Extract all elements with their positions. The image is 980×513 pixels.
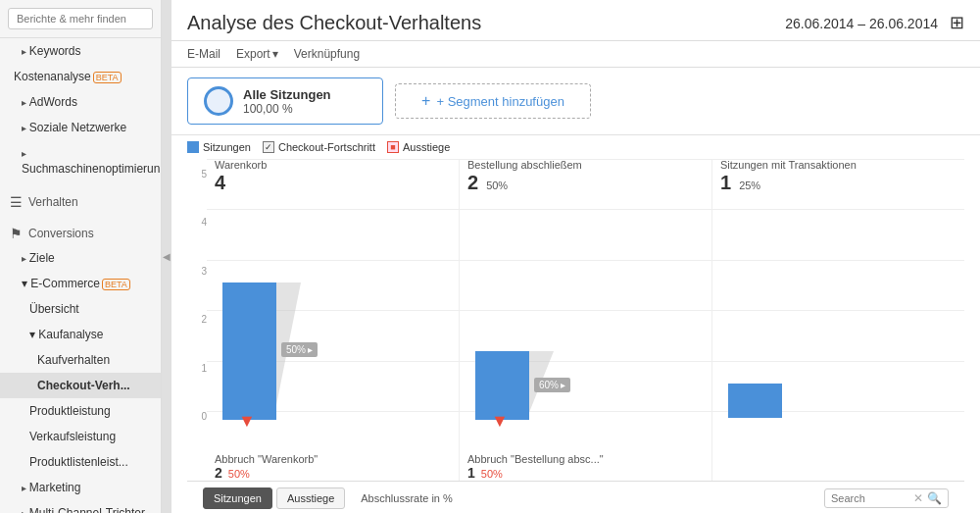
segment-circle-icon [204,86,233,116]
segment-alle-sitzungen[interactable]: Alle Sitzungen 100,00 % [187,77,383,125]
bestellung-badge-arrow-icon: ▸ [561,380,565,390]
transaktionen-bar [728,384,782,418]
sidebar-item-kaufverhalten[interactable]: Kaufverhalten [0,347,161,373]
abbruch-bestellung-label: Abbruch "Bestellung absc..." [467,453,704,465]
legend-checkout-checkbox: ✓ [263,141,274,153]
legend-checkout-label: Checkout-Fortschritt [278,141,375,153]
funnel-chart: 5 4 3 2 1 0 War [187,159,964,481]
step-warenkorb-abbruch: Abbruch "Warenkorb" 2 50% [215,451,451,481]
segment-pct: 100,00 % [243,102,331,116]
sidebar-item-verkaufsleistung[interactable]: Verkaufsleistung [0,424,161,449]
step-transaktionen-header: 1 25% [720,172,956,194]
sidebar-item-ubersicht[interactable]: Übersicht [0,296,161,322]
step-bestellung: Bestellung abschließem 2 50% 60% ▸ [460,159,712,481]
sidebar-item-suchmaschinen[interactable]: Suchmaschinenoptimierung [0,140,161,182]
abbruch-warenkorb-label: Abbruch "Warenkorb" [215,453,451,465]
step-transaktionen-count: 1 [720,172,731,194]
plus-icon: + [421,92,430,110]
tab-ausstiege[interactable]: Ausstiege [276,487,345,509]
arrow-down-icon: ▾ [22,277,30,290]
export-chevron-icon: ▾ [272,47,278,61]
step-bestellung-header: 2 50% [467,172,704,194]
sidebar-search-container [0,0,161,38]
step-warenkorb-count: 4 [215,172,451,194]
warenkorb-bar [222,282,276,420]
tab-sitzungen[interactable]: Sitzungen [203,487,272,509]
abschlussrate-label: Abschlussrate in % [361,492,453,504]
qr-icon: ⊞ [950,12,964,33]
warenkorb-drop-indicator: ▼ [238,411,256,432]
main-content: Analyse des Checkout-Verhaltens 26.06.20… [172,0,980,513]
step-warenkorb-bar-area: 50% ▸ ▼ [215,194,451,451]
step-transaktionen-pct: 25% [739,180,760,191]
search-icon[interactable]: 🔍 [927,491,942,505]
search-bar: ✕ 🔍 [824,488,949,508]
legend-ausstiege-checkbox: ■ [387,141,399,153]
search-input[interactable] [8,8,153,29]
sidebar-item-kostenanalyse[interactable]: KostenanalyseBETA [0,64,161,89]
warenkorb-arrow-badge: 50% ▸ [281,342,318,357]
date-range: 26.06.2014 – 26.06.2014 [785,16,938,31]
ecommerce-beta-badge: BETA [102,279,130,290]
sidebar-item-ecommerce[interactable]: ▾ E-CommerceBETA [0,271,161,296]
conversions-icon: ⚑ [10,226,23,241]
funnel-steps: Warenkorb 4 50% ▸ ▼ [207,159,964,481]
abbruch-bestellung-count: 1 [467,465,475,481]
step-warenkorb: Warenkorb 4 50% ▸ ▼ [207,159,460,481]
legend-ausstiege: ■ Ausstiege [387,141,450,153]
step-transaktionen-abbruch [720,449,956,481]
sidebar-item-checkout[interactable]: Checkout-Verh... [0,373,161,398]
page-title: Analyse des Checkout-Verhaltens [187,12,481,34]
sidebar-item-multichannel[interactable]: Multi-Channel-Trichter [0,500,161,513]
verknupfung-button[interactable]: Verknüpfung [294,47,360,61]
sidebar-item-keywords[interactable]: Keywords [0,38,161,64]
bottom-tabs: Sitzungen Ausstiege Abschlussrate in % ✕… [187,481,964,513]
beta-badge: BETA [93,72,122,83]
sidebar-item-soziale[interactable]: Soziale Netzwerke [0,115,161,140]
legend-sitzungen-color [187,141,199,153]
legend-sitzungen: Sitzungen [187,141,251,153]
segment-label: Alle Sitzungen [243,87,331,102]
add-segment-button[interactable]: + + Segment hinzufügen [395,83,591,119]
abbruch-warenkorb-pct: 50% [228,468,250,480]
badge-arrow-icon: ▸ [308,344,313,355]
step-bestellung-abbruch: Abbruch "Bestellung absc..." 1 50% [467,451,704,481]
step-bestellung-label: Bestellung abschließem [467,159,704,171]
sidebar-collapse-handle[interactable]: ◀ [162,0,172,513]
legend-checkout: ✓ Checkout-Fortschritt [263,141,375,153]
email-button[interactable]: E-Mail [187,47,220,61]
step-warenkorb-label: Warenkorb [215,159,451,171]
step-bestellung-count: 2 [467,172,478,194]
verhalten-icon: ☰ [10,194,23,210]
sidebar-item-produktlisten[interactable]: Produktlistenleist... [0,449,161,475]
page-header: Analyse des Checkout-Verhaltens 26.06.20… [172,0,980,41]
y-axis: 5 4 3 2 1 0 [187,159,207,481]
abbruch-bestellung-pct: 50% [481,468,503,480]
sidebar-item-adwords[interactable]: AdWords [0,89,161,115]
step-transaktionen-label: Sitzungen mit Transaktionen [720,159,956,171]
bestellung-drop-indicator: ▼ [491,411,509,432]
sidebar-item-marketing[interactable]: Marketing [0,475,161,500]
sidebar-item-produktleistung[interactable]: Produktleistung [0,398,161,424]
legend-ausstiege-label: Ausstiege [403,141,450,153]
clear-search-icon[interactable]: ✕ [913,491,923,505]
table-search-input[interactable] [831,492,909,504]
step-transaktionen-bar-area [720,194,956,449]
bestellung-bar [475,351,529,420]
segments-bar: Alle Sitzungen 100,00 % + + Segment hinz… [172,68,980,135]
sidebar-section-verhalten[interactable]: ☰ Verhalten [0,186,161,214]
bestellung-arrow-badge: 60% ▸ [534,378,570,392]
sidebar-section-conversions[interactable]: ⚑ Conversions [0,218,161,245]
toolbar: E-Mail Export ▾ Verknüpfung [172,41,980,68]
segment-info: Alle Sitzungen 100,00 % [243,87,331,116]
step-transaktionen: Sitzungen mit Transaktionen 1 25% [712,159,964,481]
sidebar-item-ziele[interactable]: Ziele [0,245,161,271]
abbruch-warenkorb-count: 2 [215,465,222,481]
step-bestellung-bar-area: 60% ▸ ▼ [467,194,704,451]
kaufanalyse-arrow-icon: ▾ [29,328,38,341]
export-button[interactable]: Export ▾ [236,47,278,61]
sidebar: Keywords KostenanalyseBETA AdWords Sozia… [0,0,162,513]
abbruch-bestellung-values: 1 50% [467,465,704,481]
step-bestellung-pct: 50% [486,180,508,191]
sidebar-item-kaufanalyse[interactable]: ▾ Kaufanalyse [0,322,161,347]
